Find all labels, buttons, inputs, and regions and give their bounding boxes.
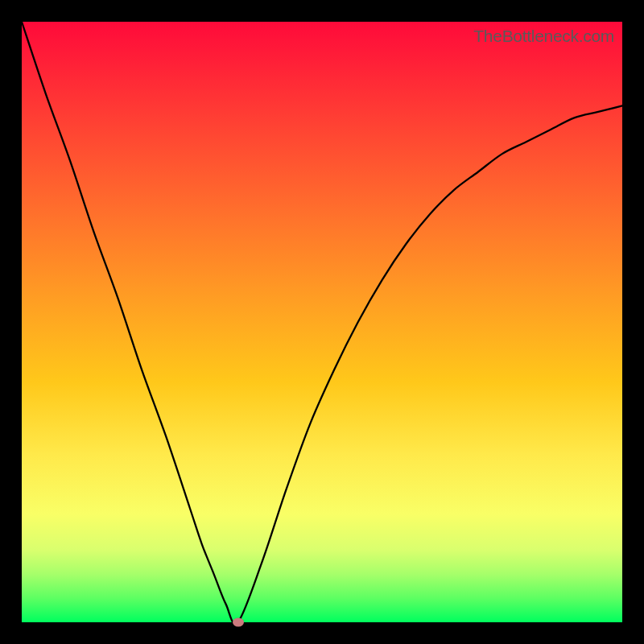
optimum-marker [233, 618, 244, 627]
plot-area: TheBottleneck.com [22, 22, 622, 622]
chart-frame: TheBottleneck.com [0, 0, 644, 644]
bottleneck-curve [22, 22, 622, 622]
